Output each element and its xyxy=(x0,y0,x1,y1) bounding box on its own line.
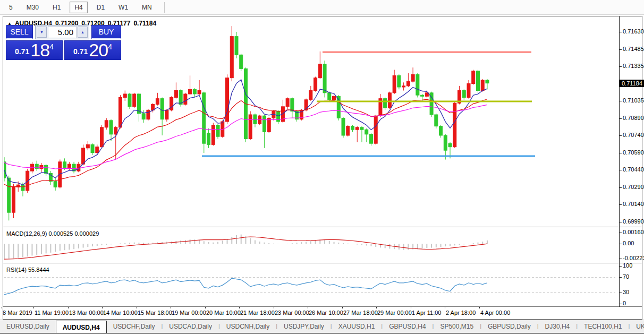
price-axis-label-tick xyxy=(619,66,622,67)
price-axis-label: 0.70590 xyxy=(623,149,644,156)
macd-axis-label: 0.001605 xyxy=(623,229,644,235)
candle-body xyxy=(346,126,350,135)
symbol-tab-audusd[interactable]: AUDUSD,H4 xyxy=(56,321,107,333)
volume-input[interactable]: 5.00 xyxy=(48,26,77,38)
candle-body xyxy=(323,64,326,93)
symbol-tab-sp500[interactable]: SP500,M15 xyxy=(434,320,480,333)
candle-body xyxy=(277,111,280,122)
symbol-tab-gbpusd[interactable]: GBPUSD,H4 xyxy=(383,320,432,333)
rsi-axis-label-tick xyxy=(619,277,622,278)
candle-body xyxy=(63,162,66,168)
symbol-tab-usdjpy[interactable]: USDJPY,Daily xyxy=(277,320,331,333)
time-axis-tick xyxy=(137,307,137,308)
price-axis-label-tick xyxy=(619,101,622,101)
candle-body xyxy=(82,148,85,164)
candle-body xyxy=(448,143,452,147)
candle-body xyxy=(416,74,419,95)
candle-body xyxy=(444,135,447,150)
timeframe-button-h4[interactable]: H4 xyxy=(70,2,87,13)
macd-axis-label-tick xyxy=(619,233,622,233)
pane-splitter-rsi[interactable] xyxy=(3,263,642,264)
rsi-axis-label-tick xyxy=(619,266,622,267)
time-axis-label: 4 Apr 00:00 xyxy=(480,310,510,316)
symbol-tab-usdchf[interactable]: USDCHF,Daily xyxy=(107,320,162,333)
time-axis-label: 1 Apr 11:00 xyxy=(412,310,441,316)
price-axis-label-tick xyxy=(619,204,622,205)
symbol-tab-tech100[interactable]: TECH100,H1 xyxy=(578,320,628,333)
candle-body xyxy=(67,164,71,168)
candle-body xyxy=(114,127,117,134)
candle-body xyxy=(462,91,465,98)
candle-body xyxy=(481,80,484,91)
trade-panel-quotes: 0.71 18 4 0.71 20 4 xyxy=(6,40,121,60)
symbol-tab-bar: EURUSD,DailyAUDUSD,H4USDCHF,Daily|USDCAD… xyxy=(0,320,644,334)
volume-decrease-button[interactable]: ▾ xyxy=(37,27,47,38)
candle-body xyxy=(12,187,15,213)
time-axis-tick xyxy=(33,307,34,308)
candle-body xyxy=(142,114,145,119)
symbol-tab-dj30[interactable]: DJ30,H4 xyxy=(539,320,577,333)
buy-quote-box[interactable]: 0.71 20 4 xyxy=(64,40,121,60)
price-axis-label: 0.70290 xyxy=(623,184,644,190)
volume-increase-button[interactable]: ▴ xyxy=(78,27,88,38)
timeframe-button-5[interactable]: 5 xyxy=(4,2,18,13)
time-axis-tick xyxy=(411,307,411,308)
timeframe-button-mn[interactable]: MN xyxy=(137,2,157,13)
candle-body xyxy=(207,133,210,145)
candle-body xyxy=(262,116,266,132)
candle-body xyxy=(476,71,479,91)
candle-body xyxy=(202,93,206,143)
candle-body xyxy=(393,75,396,93)
time-axis-tick xyxy=(479,307,480,308)
timeframe-button-w1[interactable]: W1 xyxy=(114,2,133,13)
candle-body xyxy=(211,125,215,145)
symbol-tab-xauusd[interactable]: XAUUSD,H1 xyxy=(332,320,382,333)
timeframe-button-h1[interactable]: H1 xyxy=(48,2,65,13)
sell-button[interactable]: SELL xyxy=(6,25,33,39)
timeframe-button-m30[interactable]: M30 xyxy=(22,2,44,13)
time-axis-tick xyxy=(68,307,69,308)
candle-body xyxy=(402,86,405,87)
candle-body xyxy=(365,130,368,134)
symbol-tab-eurusd[interactable]: EURUSD,Daily xyxy=(0,320,56,333)
sell-quote-box[interactable]: 0.71 18 4 xyxy=(6,40,63,60)
candle-body xyxy=(435,115,438,126)
timeframe-button-d1[interactable]: D1 xyxy=(92,2,109,13)
candle-body xyxy=(374,116,377,143)
candle-body xyxy=(360,127,363,130)
candle-body xyxy=(119,98,122,127)
time-axis-label: 11 Mar 19:00 xyxy=(35,310,69,316)
buy-button[interactable]: BUY xyxy=(91,25,121,39)
time-axis-label: 8 Mar 2019 xyxy=(3,310,32,316)
candle-body xyxy=(216,125,219,137)
time-axis-tick xyxy=(205,307,206,308)
candle-body xyxy=(174,91,177,98)
price-axis-label: 0.70890 xyxy=(623,115,644,121)
candle-body xyxy=(96,147,99,153)
rsi-pane-canvas[interactable] xyxy=(4,264,615,306)
symbol-tab-usdcnh[interactable]: USDCNH,Daily xyxy=(220,320,276,333)
trading-app-window: 5M30H1H4D1W1MN ▲ AUDUSD,H4 0.71200 0.712… xyxy=(0,0,644,335)
time-axis-tick xyxy=(2,307,2,308)
symbol-tab-ukc[interactable]: UKC xyxy=(630,320,644,333)
candle-body xyxy=(156,99,159,105)
timeframe-toolbar: 5M30H1H4D1W1MN xyxy=(0,0,644,15)
pane-splitter-bottom xyxy=(3,306,642,307)
time-axis-label: 13 Mar 00:00 xyxy=(69,310,104,316)
symbol-tab-gbpusd[interactable]: GBPUSD,Daily xyxy=(481,320,537,333)
candle-body xyxy=(7,178,11,212)
sell-price-pipette: 4 xyxy=(49,44,54,49)
macd-pane-canvas[interactable] xyxy=(4,228,615,262)
price-axis-label: 0.70140 xyxy=(623,201,644,207)
symbol-tab-usdcad[interactable]: USDCAD,Daily xyxy=(163,320,218,333)
candle-body xyxy=(35,164,38,169)
quote-close: 0.71184 xyxy=(133,20,156,27)
candle-body xyxy=(333,96,336,100)
time-axis-label: 15 Mar 18:00 xyxy=(138,310,172,316)
pane-splitter-macd[interactable] xyxy=(3,227,642,228)
candle-body xyxy=(198,91,201,95)
time-axis-label: 26 Mar 10:00 xyxy=(309,310,343,316)
rsi-axis-label: 100 xyxy=(623,262,632,269)
price-axis-label: 0.70740 xyxy=(623,132,644,138)
candle-body xyxy=(318,64,321,78)
